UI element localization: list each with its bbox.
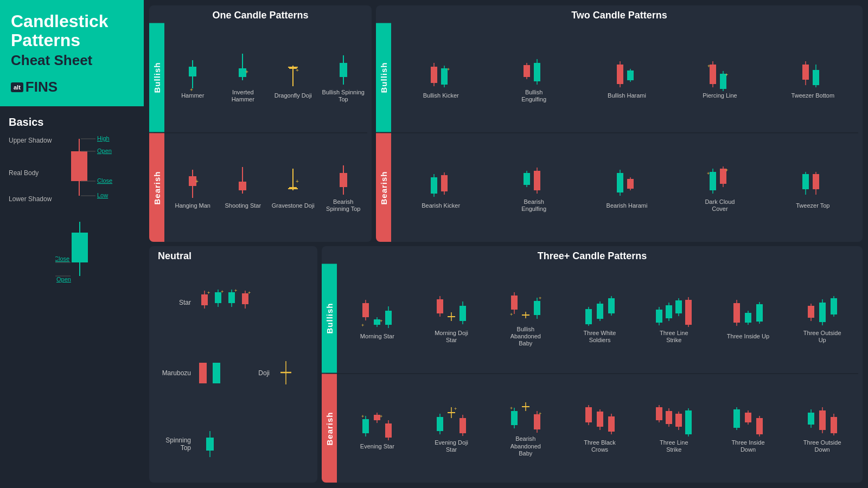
pattern-morning-star: + + Morning Star bbox=[340, 297, 414, 340]
pattern-inverted-hammer: + Inverted Hammer bbox=[218, 53, 269, 103]
pattern-bearish-spinning-top: Bearish Spinning Top bbox=[318, 162, 369, 213]
pattern-bullish-spinning-top: Bullish Spinning Top bbox=[318, 53, 369, 103]
tweezer-bottom-candle bbox=[799, 55, 827, 93]
three-candle-bearish-row: + + Evening Star bbox=[337, 374, 863, 483]
svg-text:+: + bbox=[510, 312, 513, 317]
neutral-spinning-top-label: Spinning Top bbox=[156, 436, 191, 452]
pattern-three-inside-up: Three Inside Up bbox=[711, 297, 786, 340]
pattern-piercing-line: + + Piercing Line bbox=[673, 56, 766, 99]
morning-star-label: Morning Star bbox=[360, 333, 394, 340]
svg-rect-150 bbox=[437, 299, 443, 313]
bullish-engulfing-candle bbox=[520, 51, 548, 89]
svg-rect-86 bbox=[441, 175, 448, 191]
svg-rect-139 bbox=[362, 303, 369, 317]
neutral-doji-label: Doji bbox=[234, 369, 270, 377]
one-candle-bearish-label: Bearish bbox=[149, 133, 164, 242]
pattern-evening-doji-star: + Evening Doji Star bbox=[414, 403, 489, 453]
dragonfly-doji-label: Dragonfly Doji bbox=[275, 92, 312, 99]
neutral-title: Neutral bbox=[149, 246, 317, 264]
three-line-strike-bull-candle bbox=[655, 292, 693, 330]
bullish-spinning-top-candle bbox=[333, 51, 354, 89]
neutral-patterns: Star + + bbox=[149, 264, 317, 483]
two-candle-panel: Two Candle Patterns Bullish bbox=[376, 5, 863, 242]
svg-rect-268 bbox=[756, 418, 763, 434]
svg-rect-112 bbox=[813, 174, 819, 189]
svg-rect-253 bbox=[666, 411, 672, 424]
svg-rect-115 bbox=[201, 294, 208, 305]
bearish-harami-candle bbox=[613, 164, 641, 202]
three-inside-down-candle bbox=[731, 402, 765, 440]
svg-text:+: + bbox=[380, 414, 382, 419]
svg-rect-50 bbox=[431, 67, 437, 83]
bottom-row: Neutral Star + bbox=[149, 246, 863, 483]
three-white-soldiers-candle bbox=[583, 292, 617, 330]
svg-rect-170 bbox=[585, 309, 592, 324]
dark-cloud-cover-label: Dark Cloud Cover bbox=[698, 198, 742, 213]
one-candle-bearish-patterns: + Hanging Man bbox=[164, 133, 372, 242]
pattern-bearish-harami: Bearish Harami bbox=[580, 166, 673, 209]
svg-text:+: + bbox=[248, 290, 251, 296]
pattern-bullish-kicker: + Bullish Kicker bbox=[394, 56, 487, 99]
three-line-strike-bull-label: Three Line Strike bbox=[652, 330, 695, 344]
svg-rect-69 bbox=[710, 65, 716, 84]
bearish-abandoned-baby-label: Bearish Abandoned Baby bbox=[504, 435, 547, 457]
two-candle-bullish-patterns: + Bullish Kicker bbox=[391, 23, 863, 132]
pattern-gravestone-doji: + Gravestone Doji bbox=[268, 166, 318, 209]
doji-candle bbox=[275, 358, 297, 388]
pattern-three-line-strike-bear: Three Line Strike bbox=[637, 403, 711, 453]
svg-rect-188 bbox=[685, 300, 692, 325]
pattern-tweezer-bottom: Tweezer Bottom bbox=[767, 56, 859, 99]
svg-text:+: + bbox=[725, 72, 728, 78]
logo-fins-text: FINS bbox=[25, 79, 58, 95]
sidebar-header: Candlestick Patterns Cheat Sheet alt FIN… bbox=[0, 0, 144, 106]
pattern-hammer: + Hammer bbox=[168, 56, 218, 99]
three-candle-bearish-label: Bearish bbox=[322, 374, 337, 483]
three-white-soldiers-label: Three White Soldiers bbox=[578, 330, 622, 344]
pattern-morning-doji-star: Morning Doji Star bbox=[414, 293, 489, 344]
svg-rect-98 bbox=[627, 179, 634, 189]
three-candle-body: Bullish bbox=[322, 264, 863, 483]
svg-text:+: + bbox=[234, 288, 237, 293]
pattern-shooting-star: Shooting Star bbox=[218, 166, 269, 209]
evening-doji-star-label: Evening Doji Star bbox=[430, 439, 473, 453]
two-candle-bullish-row: + Bullish Kicker bbox=[391, 23, 863, 132]
pattern-three-outside-up: Three Outside Up bbox=[785, 293, 859, 344]
one-candle-title: One Candle Patterns bbox=[149, 5, 372, 23]
neutral-spinning-top: Spinning Top bbox=[156, 429, 311, 459]
gravestone-doji-candle: + bbox=[284, 164, 303, 202]
svg-rect-241 bbox=[585, 407, 592, 422]
svg-rect-216 bbox=[385, 423, 392, 438]
three-outside-down-candle bbox=[806, 402, 839, 440]
pattern-three-line-strike-bull: Three Line Strike bbox=[637, 293, 711, 344]
gravestone-doji-label: Gravestone Doji bbox=[272, 202, 315, 209]
svg-rect-250 bbox=[656, 407, 662, 420]
svg-text:+: + bbox=[707, 171, 710, 176]
svg-text:+: + bbox=[361, 323, 364, 328]
svg-rect-39 bbox=[239, 182, 246, 190]
svg-text:Close: Close bbox=[55, 255, 69, 262]
svg-text:+: + bbox=[454, 406, 457, 412]
svg-text:Low: Low bbox=[97, 192, 108, 198]
dragonfly-doji-candle: + bbox=[284, 55, 303, 93]
pattern-bearish-kicker: Bearish Kicker bbox=[394, 166, 487, 209]
svg-text:Open: Open bbox=[97, 147, 112, 154]
pattern-bullish-engulfing: Bullish Engulfing bbox=[487, 53, 580, 103]
svg-rect-256 bbox=[675, 414, 682, 427]
inverted-hammer-candle: + bbox=[233, 51, 252, 89]
evening-doji-star-candle: + bbox=[435, 402, 468, 440]
bullish-harami-candle bbox=[613, 55, 641, 93]
svg-text:+: + bbox=[190, 87, 193, 93]
bullish-harami-label: Bullish Harami bbox=[608, 92, 646, 99]
pattern-three-black-crows: Three Black Crows bbox=[563, 403, 637, 453]
bearish-kicker-candle bbox=[427, 164, 455, 202]
star-candles: + + + + bbox=[196, 288, 267, 318]
svg-rect-63 bbox=[617, 65, 623, 84]
hammer-label: Hammer bbox=[181, 92, 204, 99]
svg-text:+: + bbox=[725, 168, 728, 173]
svg-rect-244 bbox=[597, 412, 603, 427]
svg-rect-80 bbox=[813, 70, 819, 85]
spinning-top-candle bbox=[196, 429, 224, 459]
svg-rect-191 bbox=[733, 303, 740, 323]
svg-rect-197 bbox=[756, 304, 763, 322]
basics-title: Basics bbox=[9, 116, 135, 129]
